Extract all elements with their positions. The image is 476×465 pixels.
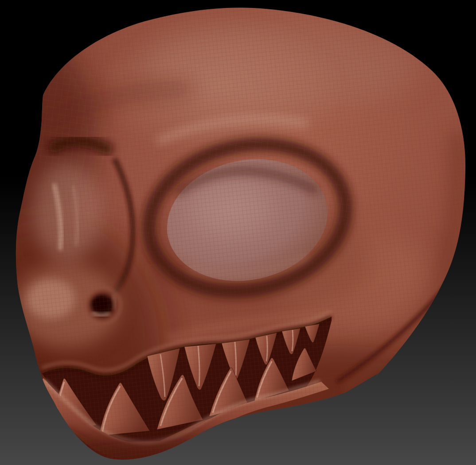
wireframe-specular-overlay xyxy=(31,18,412,248)
sculpt-model[interactable] xyxy=(0,0,476,465)
sculpt-viewport-canvas[interactable] xyxy=(0,0,476,465)
